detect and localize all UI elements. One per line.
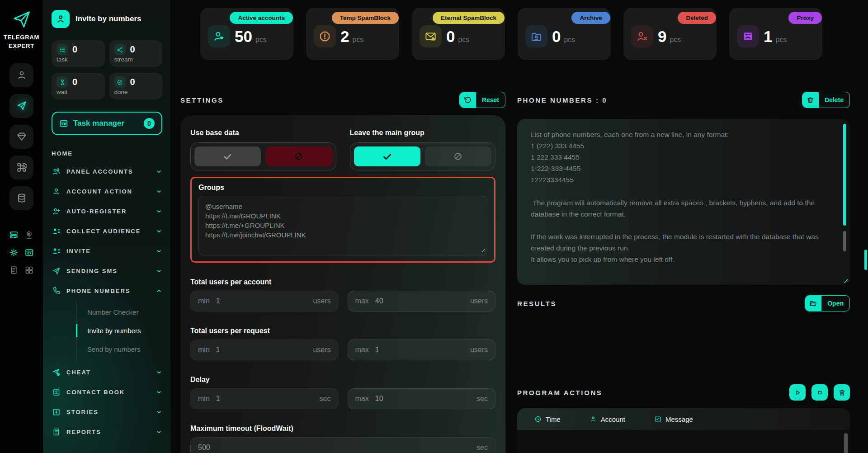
settings-panel: Use base data Leave the main group Group…	[180, 115, 505, 453]
nav-label: AUTO-REGISTER	[66, 208, 127, 215]
rail-tab-accounts[interactable]	[9, 63, 33, 87]
status-value: 0	[552, 28, 561, 46]
rail-tab-sender[interactable]	[9, 94, 33, 118]
brand-line1: TELEGRAM	[4, 33, 39, 42]
nav-label: PHONE NUMBERS	[66, 288, 131, 294]
nav-item-reports[interactable]: REPORTS	[52, 422, 162, 442]
users-per-request-max-input[interactable]: max1users	[348, 340, 496, 360]
paper-plane-icon	[52, 267, 61, 275]
nav-item-stories[interactable]: STORIES	[52, 402, 162, 422]
chevron-down-icon	[156, 168, 162, 175]
page-header: Invite by numbers	[52, 10, 162, 28]
server-check-icon[interactable]	[9, 230, 19, 240]
nav-item-home[interactable]: HOME	[52, 145, 162, 161]
use-base-data-yes-option[interactable]	[194, 146, 261, 166]
nav-item-auto-register[interactable]: AUTO-REGISTER	[52, 201, 162, 221]
open-results-button[interactable]: Open	[805, 295, 850, 311]
groups-textarea[interactable]	[198, 196, 487, 255]
table-header: Time Account Message	[517, 408, 850, 430]
code-window-icon[interactable]	[24, 248, 34, 258]
grid-icon[interactable]	[24, 265, 34, 275]
phone-numbers-submenu: Number Checker Invite by numbers Send by…	[76, 301, 162, 362]
chevron-down-icon	[156, 389, 162, 396]
nav-item-panel-accounts[interactable]: PANEL ACCOUNTS	[52, 161, 162, 181]
sidebar: Invite by numbers 0 task 0 stream 0 wait…	[43, 0, 170, 453]
submenu-item-send-by-numbers[interactable]: Send by numbers	[77, 340, 162, 359]
toggle-label: Leave the main group	[350, 129, 496, 137]
webcam-user-icon[interactable]	[24, 230, 34, 240]
stat-label: wait	[57, 89, 100, 95]
users-per-account-min-input[interactable]: min1users	[190, 291, 339, 311]
octagon-alert-icon	[314, 25, 336, 47]
submenu-item-number-checker[interactable]: Number Checker	[77, 303, 162, 321]
trash-icon	[838, 389, 846, 396]
settings-title: SETTINGS	[180, 96, 224, 104]
chevron-down-icon	[156, 188, 162, 195]
phone-numbers-textarea[interactable]	[531, 129, 830, 275]
folder-icon	[805, 296, 821, 311]
nav-label: PANEL ACCOUNTS	[66, 168, 133, 175]
page-title: Invite by numbers	[75, 14, 141, 24]
sidebar-nav: HOME PANEL ACCOUNTS ACCOUNT ACTION AUTO-…	[52, 145, 162, 442]
delete-button[interactable]: Delete	[802, 92, 850, 108]
delay-max-input[interactable]: max10sec	[348, 388, 496, 409]
min-prefix: min	[198, 297, 210, 305]
leave-main-group-yes-option[interactable]	[354, 146, 420, 166]
nav-item-phone-numbers[interactable]: PHONE NUMBERS	[52, 281, 162, 301]
clear-log-button[interactable]	[834, 384, 850, 401]
nav-item-cheat[interactable]: CHEAT	[52, 362, 162, 382]
nav-item-contact-book[interactable]: CONTACT BOOK	[52, 382, 162, 402]
status-cards: Active accounts 50pcs Temp SpamBlock 2pc…	[200, 8, 822, 60]
submenu-item-invite-by-numbers[interactable]: Invite by numbers	[77, 321, 162, 340]
nav-item-sending-sms[interactable]: SENDING SMS	[52, 261, 162, 281]
chevron-down-icon	[156, 268, 162, 274]
reset-button[interactable]: Reset	[459, 92, 505, 108]
status-unit: pcs	[352, 36, 363, 44]
nav-item-account-action[interactable]: ACCOUNT ACTION	[52, 181, 162, 201]
delay-min-input[interactable]: min1sec	[190, 388, 339, 409]
rail-tab-tools[interactable]	[9, 156, 33, 179]
nav-label: COLLECT AUDIENCE	[66, 228, 141, 235]
scrollbar-thumb[interactable]	[844, 433, 848, 453]
scrollbar-thumb[interactable]	[843, 124, 846, 226]
task-manager-button[interactable]: Task manager 0	[52, 112, 162, 135]
command-icon	[16, 162, 27, 173]
status-card-archive: Archive 0pcs	[518, 8, 611, 60]
column-label: Message	[665, 415, 693, 423]
users-per-account-max-input[interactable]: max40users	[348, 291, 496, 311]
toggle-use-base-data: Use base data	[190, 129, 336, 170]
nav-label: REPORTS	[66, 429, 101, 435]
status-card-eternal-spamblock: Eternal SpamBlock 0pcs	[412, 8, 505, 60]
scrollbar-thumb[interactable]	[843, 231, 846, 251]
chevron-down-icon	[156, 248, 162, 255]
rail-tab-database[interactable]	[9, 186, 33, 210]
users-per-request-min-input[interactable]: min1users	[190, 340, 339, 360]
stop-button[interactable]	[811, 384, 828, 401]
play-button[interactable]	[789, 384, 806, 401]
floodwait-timeout-input[interactable]: 500sec	[190, 437, 495, 453]
phone-numbers-column: PHONE NUMBERS : 0 Delete RESULTS Open PR…	[517, 92, 850, 453]
unit-label: sec	[476, 395, 488, 403]
folder-user-icon	[525, 25, 547, 47]
column-time: Time	[534, 415, 561, 423]
gear-icon[interactable]	[9, 248, 19, 258]
page-scrollbar-thumb[interactable]	[864, 250, 867, 270]
stat-chip-wait: 0 wait	[52, 73, 105, 99]
stop-icon	[816, 389, 824, 396]
status-badge: Proxy	[788, 12, 822, 24]
document-icon[interactable]	[9, 265, 19, 275]
nav-item-invite[interactable]: INVITE	[52, 241, 162, 261]
toggle-label: Use base data	[190, 129, 336, 137]
check-circle-icon	[114, 76, 126, 88]
chevron-down-icon	[156, 208, 162, 215]
rail-tab-premium[interactable]	[9, 125, 33, 149]
nav-item-collect-audience[interactable]: COLLECT AUDIENCE	[52, 221, 162, 241]
leave-main-group-no-option[interactable]	[425, 146, 491, 166]
rail-tiles	[9, 63, 33, 210]
status-unit: pcs	[458, 36, 469, 44]
trash-icon	[802, 92, 819, 108]
database-icon	[16, 193, 27, 203]
use-base-data-no-option[interactable]	[265, 146, 332, 166]
unit-label: users	[313, 346, 330, 354]
resize-handle-icon[interactable]	[843, 278, 848, 283]
